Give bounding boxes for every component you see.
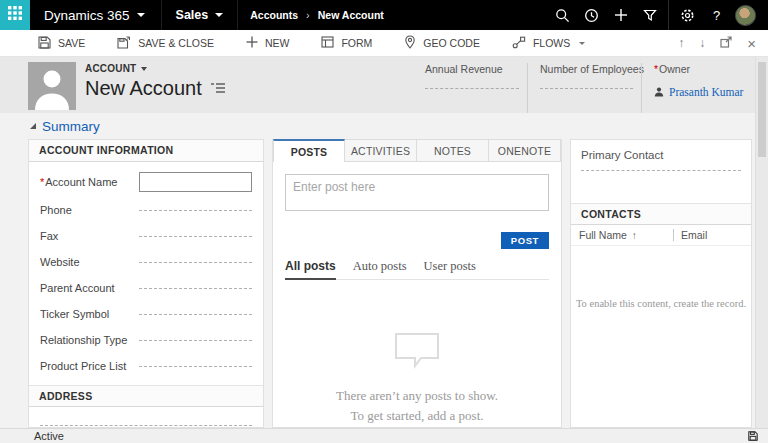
contacts-panel: Primary Contact CONTACTS Full Name ↑ Ema… <box>570 139 752 428</box>
geo-code-label: GEO CODE <box>423 37 480 49</box>
record-status: Active <box>34 430 64 442</box>
flows-button[interactable]: FLOWS <box>496 30 601 56</box>
field-value-placeholder[interactable] <box>139 365 252 367</box>
breadcrumb-accounts[interactable]: Accounts <box>250 9 298 21</box>
column-full-name[interactable]: Full Name ↑ <box>579 229 673 241</box>
scroll-down-icon[interactable]: ↓ <box>699 37 705 49</box>
post-button[interactable]: POST <box>501 232 549 249</box>
account-name-input[interactable] <box>139 172 252 192</box>
collapse-triangle-icon[interactable] <box>30 123 36 129</box>
subtab-all-posts[interactable]: All posts <box>285 259 336 280</box>
field-value-placeholder[interactable] <box>425 88 519 89</box>
record-header: ACCOUNT New Account Annual Revenue Numbe… <box>0 57 755 113</box>
social-pane: POSTS ACTIVITIES NOTES ONENOTE POST All … <box>272 139 562 428</box>
contacts-title: CONTACTS <box>571 203 751 225</box>
map-pin-icon <box>404 35 416 51</box>
nav-divider <box>668 0 669 30</box>
chevron-down-icon <box>215 13 223 17</box>
sort-ascending-icon: ↑ <box>632 229 637 241</box>
quick-create-plus-icon[interactable] <box>606 0 635 30</box>
tab-notes[interactable]: NOTES <box>417 139 489 162</box>
help-icon[interactable]: ? <box>702 0 731 30</box>
field-label: Primary Contact <box>581 149 741 161</box>
post-composer-input[interactable] <box>285 174 549 211</box>
tab-posts[interactable]: POSTS <box>273 139 345 162</box>
field-label: *Owner <box>654 63 747 75</box>
save-and-close-button[interactable]: SAVE & CLOSE <box>101 30 230 56</box>
account-information-title: ACCOUNT INFORMATION <box>29 140 263 162</box>
flows-label: FLOWS <box>533 37 570 49</box>
geo-code-button[interactable]: GEO CODE <box>388 30 496 56</box>
contacts-empty-text: To enable this content, create the recor… <box>571 298 751 309</box>
user-avatar[interactable] <box>731 0 760 30</box>
speech-bubble-icon <box>394 356 440 373</box>
entity-type-selector[interactable]: ACCOUNT <box>85 63 225 74</box>
form-label: FORM <box>341 37 372 49</box>
filter-icon[interactable] <box>635 0 664 30</box>
field-value-placeholder[interactable] <box>139 261 252 263</box>
settings-gear-icon[interactable] <box>673 0 702 30</box>
tab-onenote[interactable]: ONENOTE <box>489 139 561 162</box>
account-avatar-placeholder[interactable] <box>28 62 76 110</box>
new-label: NEW <box>265 37 290 49</box>
field-label: Phone <box>40 204 139 216</box>
entity-label: ACCOUNT <box>85 63 136 74</box>
waffle-icon <box>8 6 22 24</box>
field-label: Annual Revenue <box>425 63 519 75</box>
new-button[interactable]: NEW <box>230 30 306 56</box>
field-value-placeholder[interactable] <box>139 287 252 289</box>
subtab-user-posts[interactable]: User posts <box>424 259 476 279</box>
area-switcher-sales[interactable]: Sales <box>161 0 239 30</box>
field-website: Website <box>40 249 252 275</box>
field-primary-contact: Primary Contact <box>571 140 751 171</box>
address-title: ADDRESS <box>29 385 263 407</box>
column-email[interactable]: Email <box>681 229 743 241</box>
field-value-placeholder[interactable] <box>139 313 252 315</box>
required-marker: * <box>40 176 44 188</box>
save-button[interactable]: SAVE <box>22 30 101 56</box>
flow-icon <box>512 36 526 51</box>
field-relationship-type: Relationship Type <box>40 327 252 353</box>
save-label: SAVE <box>58 37 85 49</box>
field-value-placeholder[interactable] <box>139 235 252 237</box>
field-label: Fax <box>40 230 139 242</box>
recent-items-icon[interactable] <box>577 0 606 30</box>
pop-out-icon[interactable] <box>720 36 732 50</box>
summary-label[interactable]: Summary <box>42 119 100 134</box>
field-label: Product Price List <box>40 360 139 372</box>
avatar-image <box>735 5 756 26</box>
form-selector-icon[interactable] <box>211 80 225 98</box>
top-nav-bar: Dynamics 365 Sales Accounts › New Accoun… <box>0 0 768 30</box>
header-field-owner: *Owner Prasanth Kumar <box>641 63 755 113</box>
app-name: Dynamics 365 <box>44 8 130 23</box>
field-fax: Fax <box>40 223 252 249</box>
contacts-grid-header: Full Name ↑ Email <box>571 225 751 246</box>
save-status-icon[interactable] <box>748 431 758 441</box>
close-icon[interactable]: × <box>747 36 756 51</box>
field-value-placeholder[interactable] <box>540 88 633 89</box>
tab-activities[interactable]: ACTIVITIES <box>345 139 417 162</box>
subtab-auto-posts[interactable]: Auto posts <box>353 259 407 279</box>
app-launcher-button[interactable] <box>0 0 30 30</box>
owner-link[interactable]: Prasanth Kumar <box>669 86 743 98</box>
app-switcher[interactable]: Dynamics 365 <box>30 0 161 30</box>
posts-empty-state: There aren’t any posts to show. To get s… <box>285 332 549 426</box>
field-account-name: *Account Name <box>40 167 252 197</box>
field-value-placeholder[interactable] <box>581 170 741 171</box>
command-bar: SAVE SAVE & CLOSE NEW FORM GEO CODE <box>0 30 768 57</box>
header-field-number-of-employees: Number of Employees <box>527 63 641 113</box>
scrollbar-thumb[interactable] <box>758 62 766 157</box>
vertical-scrollbar[interactable] <box>755 57 768 428</box>
field-value-placeholder[interactable] <box>139 209 252 211</box>
command-bar-controls: ↑ ↓ × <box>678 36 768 51</box>
chevron-down-icon <box>579 42 585 45</box>
status-bar: Active <box>0 428 768 443</box>
person-icon <box>654 83 664 101</box>
search-icon[interactable] <box>548 0 577 30</box>
field-value-placeholder[interactable] <box>139 339 252 341</box>
breadcrumb-current: New Account <box>318 9 384 21</box>
account-information-panel: ACCOUNT INFORMATION *Account Name Phone … <box>28 139 264 428</box>
scroll-up-icon[interactable]: ↑ <box>678 37 684 49</box>
form-button[interactable]: FORM <box>305 30 388 56</box>
field-value-placeholder[interactable] <box>40 424 252 426</box>
